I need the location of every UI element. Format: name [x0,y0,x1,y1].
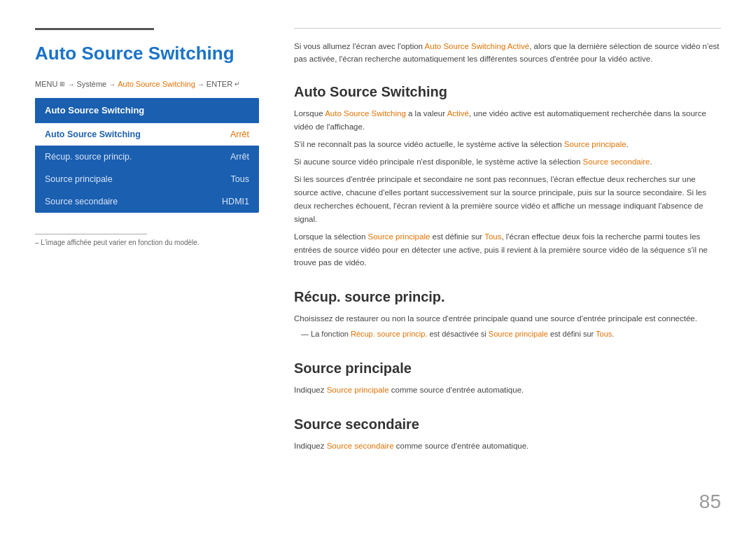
highlight-src-principale-3: Source principale [327,386,389,394]
section-body-auto-4: Si les sources d'entrée principale et se… [294,173,721,226]
menu-item-label-1: Récup. source princip. [45,152,132,162]
section-title-secondaire: Source secondaire [294,416,721,433]
highlight-recup: Récup. source princip. [351,330,427,338]
section-body-auto-3: Si aucune source vidéo principale n'est … [294,155,721,169]
note-recup: La fonction Récup. source princip. est d… [294,330,721,338]
breadcrumb-arrow2: → [108,80,115,88]
section-body-recup-1: Choisissez de restaurer ou non la source… [294,312,721,325]
section-title-recup: Récup. source princip. [294,289,721,305]
page-title: Auto Source Switching [35,43,259,64]
section-body-principale: Indiquez Source principale comme source … [294,384,721,397]
section-body-auto-5: Lorsque la sélection Source principale e… [294,230,721,270]
section-body-auto-1: Lorsque Auto Source Switching a la valeu… [294,107,721,134]
highlight-active: Activé [447,109,469,118]
highlight-src-principale-1: Source principale [564,140,626,148]
section-body-secondaire: Indiquez Source secondaire comme source … [294,440,721,453]
section-body-auto-2: S'il ne reconnaît pas la source vidéo ac… [294,138,721,151]
breadcrumb-systeme: Système [76,80,106,88]
highlight-src-principale-2: Source principale [368,232,430,241]
intro-text: Si vous allumez l'écran avec l'option Au… [294,40,721,66]
breadcrumb-arrow1: → [67,80,74,88]
page-number: 85 [699,491,721,513]
section-auto-source: Auto Source Switching Lorsque Auto Sourc… [294,80,721,274]
menu-item-auto-source[interactable]: Auto Source Switching Arrêt [35,123,259,146]
highlight-src-principale-note: Source principale [489,330,548,338]
right-column: Si vous allumez l'écran avec l'option Au… [287,28,721,513]
menu-item-label-3: Source secondaire [45,197,118,206]
intro-highlight-1: Auto Source Switching Activé [425,42,530,50]
section-source-principale: Source principale Indiquez Source princi… [294,356,721,401]
top-rule-right [294,28,721,29]
menu-box: Auto Source Switching Auto Source Switch… [35,98,259,213]
menu-item-value-1: Arrêt [230,152,249,162]
footnote-rule [35,234,147,234]
highlight-tous: Tous [484,232,501,241]
left-column: Auto Source Switching MENU ⊞ → Système →… [35,28,259,513]
menu-item-value-2: Tous [231,174,249,184]
top-rule-left [35,28,154,30]
breadcrumb-highlight: Auto Source Switching [118,80,195,88]
breadcrumb-arrow3: → [197,80,204,88]
section-title-principale: Source principale [294,360,721,377]
highlight-src-secondaire-1: Source secondaire [583,157,650,166]
section-recup-source: Récup. source princip. Choisissez de res… [294,285,721,345]
breadcrumb-icon-menu: ⊞ [59,80,65,87]
breadcrumb-enter: ENTER [206,80,232,88]
breadcrumb: MENU ⊞ → Système → Auto Source Switching… [35,80,259,88]
highlight-auto-source: Auto Source Switching [325,109,406,118]
menu-item-source-principale[interactable]: Source principale Tous [35,168,259,190]
highlight-tous-note: Tous [596,330,612,338]
footnote: – L'image affichée peut varier en foncti… [35,239,259,246]
menu-item-value-0: Arrêt [230,129,249,139]
breadcrumb-enter-icon: ↵ [234,80,240,87]
section-title-auto-source: Auto Source Switching [294,84,721,100]
menu-box-title: Auto Source Switching [35,98,259,123]
breadcrumb-menu: MENU [35,80,57,88]
section-source-secondaire: Source secondaire Indiquez Source second… [294,412,721,457]
menu-item-label-0: Auto Source Switching [45,129,141,139]
highlight-src-secondaire-2: Source secondaire [327,442,394,450]
menu-item-source-secondaire[interactable]: Source secondaire HDMI1 [35,190,259,213]
menu-item-label-2: Source principale [45,174,113,184]
menu-item-value-3: HDMI1 [222,197,249,206]
menu-item-recup-source[interactable]: Récup. source princip. Arrêt [35,146,259,168]
